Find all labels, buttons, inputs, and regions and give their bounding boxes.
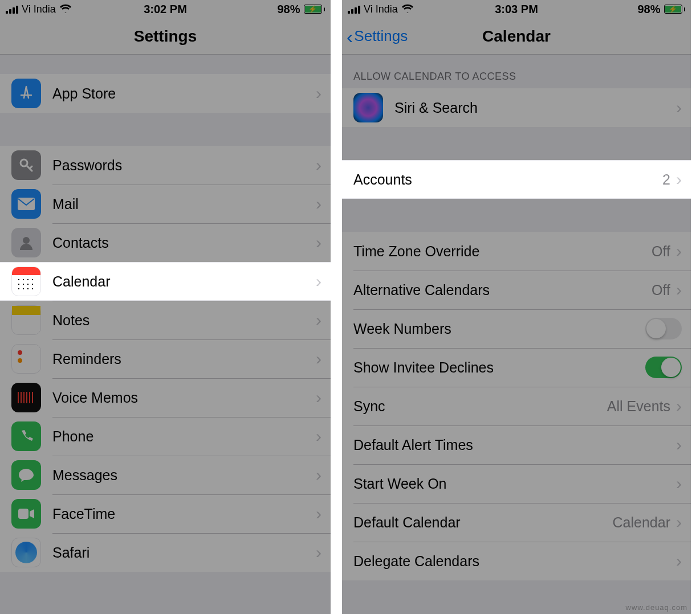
row-start-week-on[interactable]: Start Week On ›	[342, 464, 691, 503]
row-label: Sync	[353, 398, 385, 415]
row-passwords[interactable]: Passwords ›	[0, 146, 331, 185]
section-header-allow-access: ALLOW CALENDAR TO ACCESS	[342, 55, 691, 88]
battery-icon: ⚡	[664, 5, 686, 14]
wifi-icon	[59, 3, 72, 16]
svg-point-2	[23, 237, 30, 244]
status-bar: Vi India 3:02 PM 98% ⚡	[0, 0, 331, 18]
chevron-right-icon: ›	[316, 194, 321, 214]
row-label: Start Week On	[353, 476, 447, 492]
chevron-right-icon: ›	[676, 551, 682, 571]
chevron-left-icon: ‹	[347, 27, 353, 46]
row-alternative-calendars[interactable]: Alternative Calendars Off ›	[342, 271, 691, 309]
row-value: All Events	[607, 398, 670, 415]
phone-icon	[11, 421, 41, 451]
row-accounts[interactable]: Accounts 2 ›	[342, 160, 691, 199]
chevron-right-icon: ›	[676, 396, 682, 416]
chevron-right-icon: ›	[316, 310, 321, 330]
toggle-week-numbers[interactable]	[645, 318, 682, 339]
row-mail[interactable]: Mail ›	[0, 185, 331, 223]
row-messages[interactable]: Messages ›	[0, 456, 331, 494]
row-phone[interactable]: Phone ›	[0, 417, 331, 456]
chevron-right-icon: ›	[316, 272, 321, 291]
svg-rect-3	[18, 509, 29, 519]
row-time-zone-override[interactable]: Time Zone Override Off ›	[342, 232, 691, 271]
chevron-right-icon: ›	[316, 427, 321, 446]
battery-percent: 98%	[637, 3, 660, 16]
chevron-right-icon: ›	[676, 513, 682, 532]
svg-rect-1	[18, 198, 35, 210]
row-label: Notes	[52, 312, 89, 329]
row-label: Default Calendar	[353, 514, 461, 531]
carrier-label: Vi India	[364, 3, 398, 15]
chevron-right-icon: ›	[316, 155, 321, 175]
back-label: Settings	[354, 27, 408, 45]
row-default-calendar[interactable]: Default Calendar Calendar ›	[342, 503, 691, 542]
nav-bar: ‹ Settings Calendar	[342, 18, 691, 55]
status-bar: Vi India 3:03 PM 98% ⚡	[342, 0, 691, 18]
battery-percent: 98%	[277, 3, 300, 16]
chevron-right-icon: ›	[676, 474, 682, 493]
row-safari[interactable]: Safari ›	[0, 533, 331, 572]
row-label: Siri & Search	[394, 100, 478, 116]
notes-icon	[11, 305, 41, 335]
row-label: Alternative Calendars	[353, 282, 490, 298]
cellular-signal-icon	[6, 5, 18, 14]
row-show-invitee-declines: Show Invitee Declines	[342, 348, 691, 387]
back-button[interactable]: ‹ Settings	[347, 27, 408, 46]
row-app-store[interactable]: App Store ›	[0, 74, 331, 113]
row-default-alert-times[interactable]: Default Alert Times ›	[342, 425, 691, 464]
carrier-label: Vi India	[22, 3, 56, 15]
row-label: App Store	[52, 85, 116, 102]
messages-icon	[11, 460, 41, 490]
chevron-right-icon: ›	[676, 241, 682, 261]
chevron-right-icon: ›	[316, 504, 321, 523]
chevron-right-icon: ›	[316, 349, 321, 369]
chevron-right-icon: ›	[316, 84, 321, 103]
row-facetime[interactable]: FaceTime ›	[0, 494, 331, 533]
nav-bar: Settings	[0, 18, 331, 55]
contacts-icon	[11, 228, 41, 257]
chevron-right-icon: ›	[676, 98, 682, 117]
row-label: Week Numbers	[353, 321, 451, 337]
row-label: Calendar	[52, 273, 110, 290]
chevron-right-icon: ›	[676, 435, 682, 455]
row-value: Calendar	[613, 514, 670, 531]
voice-memos-icon	[11, 383, 41, 412]
row-delegate-calendars[interactable]: Delegate Calendars ›	[342, 542, 691, 580]
row-label: Voice Memos	[52, 390, 138, 406]
calendar-icon	[11, 267, 41, 296]
row-siri-search[interactable]: Siri & Search ›	[342, 88, 691, 127]
app-store-icon	[11, 79, 41, 108]
row-value: Off	[652, 243, 670, 260]
chevron-right-icon: ›	[316, 233, 321, 252]
row-value: Off	[652, 282, 670, 298]
siri-icon	[353, 93, 383, 122]
row-label: Time Zone Override	[353, 243, 479, 260]
chevron-right-icon: ›	[316, 388, 321, 407]
row-label: FaceTime	[52, 506, 115, 522]
mail-icon	[11, 189, 41, 219]
row-voice-memos[interactable]: Voice Memos ›	[0, 378, 331, 417]
cellular-signal-icon	[348, 5, 360, 14]
row-week-numbers: Week Numbers	[342, 309, 691, 348]
chevron-right-icon: ›	[316, 543, 321, 562]
toggle-invitee-declines[interactable]	[645, 357, 682, 378]
page-title: Settings	[134, 27, 197, 46]
page-title: Calendar	[482, 27, 551, 46]
row-label: Contacts	[52, 235, 109, 251]
battery-icon: ⚡	[304, 5, 325, 14]
row-contacts[interactable]: Contacts ›	[0, 223, 331, 262]
row-sync[interactable]: Sync All Events ›	[342, 387, 691, 425]
row-calendar[interactable]: Calendar ›	[0, 262, 331, 301]
watermark: www.deuaq.com	[626, 603, 687, 612]
safari-icon	[11, 538, 41, 567]
row-reminders[interactable]: Reminders ›	[0, 339, 331, 378]
calendar-settings-screen: Vi India 3:03 PM 98% ⚡ ‹ Settings Calend…	[342, 0, 691, 614]
wifi-icon	[401, 3, 414, 16]
row-value: 2	[662, 171, 670, 188]
row-notes[interactable]: Notes ›	[0, 301, 331, 339]
row-label: Default Alert Times	[353, 437, 473, 453]
clock: 3:03 PM	[495, 3, 538, 16]
chevron-right-icon: ›	[316, 465, 321, 485]
settings-screen: Vi India 3:02 PM 98% ⚡ Settings	[0, 0, 331, 614]
